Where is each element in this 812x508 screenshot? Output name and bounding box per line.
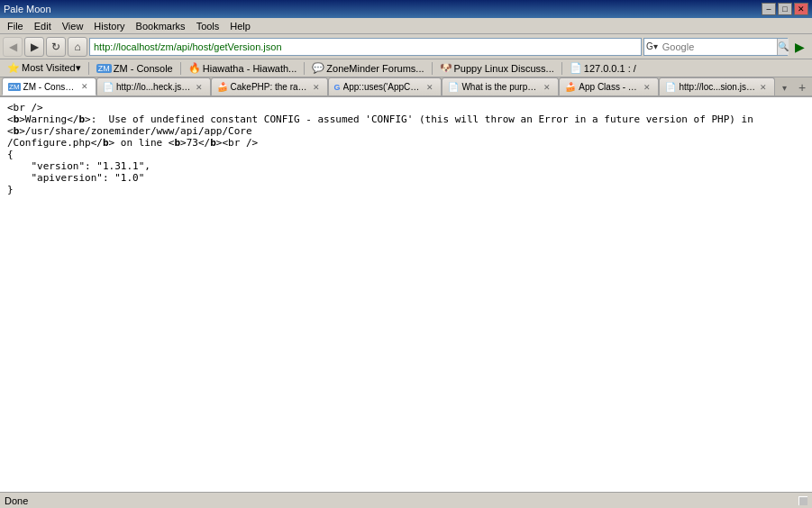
bookmark-zoneminder-forums[interactable]: 💬 ZoneMinder Forums... xyxy=(307,61,428,75)
tab-favicon-sion: 📄 xyxy=(665,82,676,92)
tab-label-cake: CakePHP: the rap... xyxy=(231,82,308,92)
navbar: ◀ ▶ ↻ ⌂ G▾ 🔍 ▶ xyxy=(0,34,812,59)
forums-icon: 💬 xyxy=(312,62,324,74)
tabs-bar: ZM ZM - Console ✕ 📄 http://lo...heck.jso… xyxy=(0,77,812,97)
forward-button[interactable]: ▶ xyxy=(24,37,44,57)
tab-list-button[interactable]: ▾ xyxy=(776,79,792,95)
tab-close-appclass[interactable]: ✕ xyxy=(642,82,652,93)
titlebar: Pale Moon – □ ✕ xyxy=(0,0,812,18)
most-visited-icon: ⭐ xyxy=(7,62,20,74)
bookmark-separator-2 xyxy=(180,62,181,75)
menu-tools[interactable]: Tools xyxy=(191,20,225,32)
content-json: { "version": "1.31.1", "apiversion": "1.… xyxy=(7,149,805,195)
tab-check-json[interactable]: 📄 http://lo...heck.json ✕ xyxy=(96,77,211,95)
tab-zm-console[interactable]: ZM ZM - Console ✕ xyxy=(2,77,96,95)
search-engine-icon: G▾ xyxy=(644,41,660,51)
refresh-button[interactable]: ↻ xyxy=(46,37,66,57)
maximize-button[interactable]: □ xyxy=(778,3,792,15)
tab-favicon-google: G xyxy=(334,83,341,92)
tab-appuses[interactable]: G App::uses('AppCo... ✕ xyxy=(328,77,442,95)
tab-sion-json[interactable]: 📄 http://loc...sion.json ✕ xyxy=(659,77,775,95)
bookmark-separator-4 xyxy=(432,62,433,75)
search-button[interactable]: 🔍 xyxy=(777,39,789,55)
bookmark-localhost[interactable]: 📄 127.0.0.1 : / xyxy=(565,61,641,75)
home-button[interactable]: ⌂ xyxy=(68,37,87,57)
tab-label-sion: http://loc...sion.json xyxy=(679,82,755,92)
bookmark-hiawatha[interactable]: 🔥 Hiawatha - Hiawath... xyxy=(184,61,302,75)
menu-file[interactable]: File xyxy=(2,20,29,32)
status-text: Done xyxy=(5,495,28,506)
bookmark-puppy-linux[interactable]: 🐶 Puppy Linux Discuss... xyxy=(435,61,559,75)
close-button[interactable]: ✕ xyxy=(794,3,808,15)
tab-label-appuses: App::uses('AppCo... xyxy=(343,82,423,92)
bookmark-separator xyxy=(88,62,89,75)
titlebar-title: Pale Moon xyxy=(4,4,51,14)
bookmark-zm-console[interactable]: ZM ZM - Console xyxy=(92,62,178,75)
resize-handle xyxy=(798,496,807,505)
tab-favicon-check: 📄 xyxy=(103,82,114,92)
zm-favicon: ZM xyxy=(96,64,112,73)
tab-close-appuses[interactable]: ✕ xyxy=(424,82,435,93)
tab-close-cake[interactable]: ✕ xyxy=(311,82,322,93)
localhost-icon: 📄 xyxy=(570,62,582,74)
go-button[interactable]: ▶ xyxy=(789,37,809,57)
tab-close-sion[interactable]: ✕ xyxy=(758,82,769,93)
back-button[interactable]: ◀ xyxy=(3,37,23,57)
tab-cakephp[interactable]: 🍰 CakePHP: the rap... ✕ xyxy=(211,77,328,95)
content-warning: <br /> <b>Warning</b>: Use of undefined … xyxy=(7,102,805,149)
titlebar-controls: – □ ✕ xyxy=(762,3,808,15)
bookmarks-bar: ⭐ Most Visited▾ ZM ZM - Console 🔥 Hiawat… xyxy=(0,59,812,77)
puppy-icon: 🐶 xyxy=(440,62,452,74)
tab-close-check[interactable]: ✕ xyxy=(194,82,205,93)
tab-label-zm: ZM - Console xyxy=(23,82,77,92)
tab-favicon-appclass: 🍰 xyxy=(565,82,576,92)
content-area: <br /> <b>Warning</b>: Use of undefined … xyxy=(0,97,812,492)
menu-edit[interactable]: Edit xyxy=(29,20,57,32)
tab-what-is[interactable]: 📄 What is the purpo... ✕ xyxy=(442,77,559,95)
menu-help[interactable]: Help xyxy=(224,20,256,32)
bookmark-most-visited[interactable]: ⭐ Most Visited▾ xyxy=(3,61,86,75)
hiawatha-icon: 🔥 xyxy=(188,62,201,74)
menu-view[interactable]: View xyxy=(57,20,89,32)
menu-bookmarks[interactable]: Bookmarks xyxy=(131,20,191,32)
tab-favicon-zm: ZM xyxy=(8,83,21,91)
search-container: G▾ 🔍 xyxy=(643,38,788,56)
tab-label-appclass: App Class - 2.x xyxy=(579,82,639,92)
statusbar: Done xyxy=(0,492,812,508)
bookmark-separator-3 xyxy=(304,62,305,75)
tab-app-class[interactable]: 🍰 App Class - 2.x ✕ xyxy=(559,77,659,95)
tab-close-what[interactable]: ✕ xyxy=(542,82,552,93)
tab-close-zm[interactable]: ✕ xyxy=(79,81,90,92)
menu-history[interactable]: History xyxy=(88,20,130,32)
bookmark-separator-5 xyxy=(561,62,562,75)
new-tab-button[interactable]: + xyxy=(794,79,810,95)
minimize-button[interactable]: – xyxy=(762,3,776,15)
tab-label-what: What is the purpo... xyxy=(461,82,539,92)
tab-label-check: http://lo...heck.json xyxy=(116,82,191,92)
tab-favicon-what: 📄 xyxy=(448,82,459,92)
url-input[interactable] xyxy=(89,38,642,56)
tab-favicon-cake: 🍰 xyxy=(217,82,228,92)
menubar: File Edit View History Bookmarks Tools H… xyxy=(0,18,812,34)
search-input[interactable] xyxy=(660,41,777,52)
